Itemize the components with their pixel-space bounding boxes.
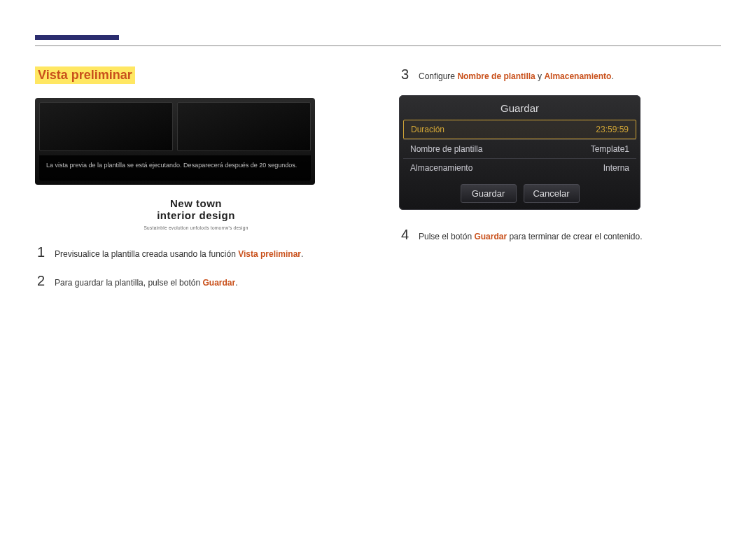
dialog-value: 23:59:59 (596, 125, 629, 134)
dialog-row-duration[interactable]: Duración 23:59:59 (403, 120, 636, 139)
step-text: Previsualice la plantilla creada usando … (55, 248, 303, 260)
preview-title-line2: interior design (35, 209, 357, 221)
step-3: 3 Configure Nombre de plantilla y Almace… (399, 66, 721, 83)
step-2: 2 Para guardar la plantilla, pulse el bo… (35, 273, 357, 289)
step-text-post: . (611, 71, 613, 81)
step-text: Para guardar la plantilla, pulse el botó… (55, 276, 238, 289)
cancel-button[interactable]: Cancelar (524, 184, 580, 203)
step-text-highlight: Nombre de plantilla (457, 71, 535, 81)
header-divider (35, 45, 721, 46)
dialog-title: Guardar (403, 101, 636, 120)
step-text-pre: Configure (419, 71, 457, 81)
dialog-label: Nombre de plantilla (410, 144, 482, 154)
step-text-highlight: Vista preliminar (238, 249, 301, 259)
preview-title-line1: New town (35, 197, 357, 209)
step-4: 4 Pulse el botón Guardar para terminar d… (399, 227, 721, 243)
step-text-highlight: Almacenamiento (544, 71, 611, 81)
preview-panes (39, 102, 311, 151)
preview-block: La vista previa de la plantilla se está … (35, 98, 357, 230)
step-text-post: . (235, 278, 237, 288)
save-button[interactable]: Guardar (461, 184, 517, 203)
step-text-post: . (301, 249, 303, 259)
step-text-pre: Para guardar la plantilla, pulse el botó… (55, 278, 202, 288)
step-number: 1 (35, 244, 45, 260)
step-number: 4 (399, 227, 409, 243)
dialog-buttons: Guardar Cancelar (403, 184, 636, 203)
preview-popup-message: La vista previa de la plantilla se está … (39, 155, 311, 181)
step-text-highlight: Guardar (202, 278, 235, 288)
preview-pane-left (39, 102, 173, 151)
preview-subtitle: Sustainble evolution unfolods tomorrw's … (35, 225, 357, 230)
section-heading: Vista preliminar (35, 66, 135, 84)
dialog-value: Template1 (591, 144, 629, 154)
header-accent-bar (35, 35, 119, 40)
right-column: 3 Configure Nombre de plantilla y Almace… (399, 66, 721, 302)
dialog-label: Almacenamiento (410, 163, 472, 173)
step-number: 2 (35, 273, 45, 289)
page-content: Vista preliminar La vista previa de la p… (35, 66, 721, 302)
step-text: Configure Nombre de plantilla y Almacena… (419, 70, 614, 83)
preview-title: New town interior design (35, 197, 357, 221)
preview-pane-right (177, 102, 311, 151)
step-text-highlight: Guardar (474, 232, 507, 241)
step-text: Pulse el botón Guardar para terminar de … (419, 230, 643, 243)
save-dialog: Guardar Duración 23:59:59 Nombre de plan… (399, 95, 640, 210)
step-text-mid: y (536, 71, 545, 81)
step-text-pre: Previsualice la plantilla creada usando … (55, 249, 238, 259)
dialog-row-template-name[interactable]: Nombre de plantilla Template1 (403, 139, 636, 158)
dialog-label: Duración (411, 125, 444, 134)
dialog-value: Interna (603, 163, 629, 173)
step-text-pre: Pulse el botón (419, 232, 474, 241)
preview-window: La vista previa de la plantilla se está … (35, 98, 315, 185)
step-1: 1 Previsualice la plantilla creada usand… (35, 244, 357, 260)
dialog-row-storage[interactable]: Almacenamiento Interna (403, 158, 636, 177)
step-number: 3 (399, 66, 409, 83)
step-text-post: para terminar de crear el contenido. (507, 232, 642, 241)
left-column: Vista preliminar La vista previa de la p… (35, 66, 357, 302)
